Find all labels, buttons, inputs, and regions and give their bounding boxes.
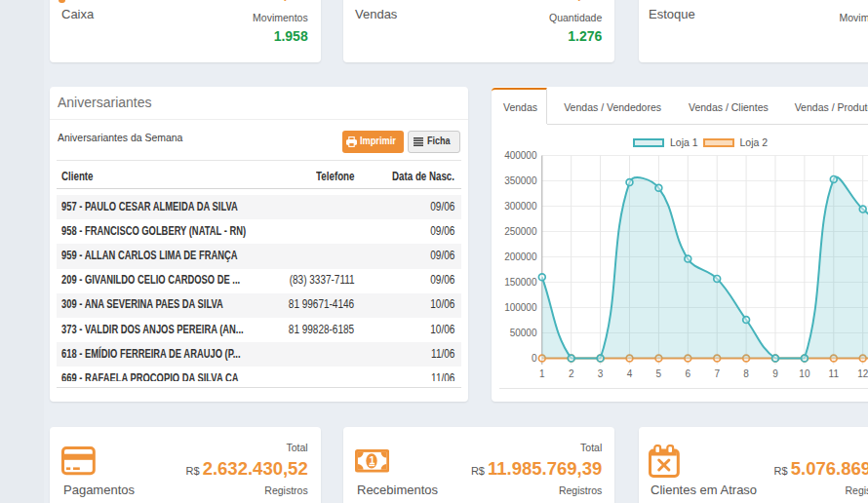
svg-text:50000: 50000 [509,328,536,338]
svg-text:350000: 350000 [504,175,537,186]
svg-text:6: 6 [685,368,690,379]
svg-text:12: 12 [857,368,868,379]
svg-text:5: 5 [655,368,661,379]
svg-text:11: 11 [828,368,839,379]
svg-text:3: 3 [597,368,603,379]
svg-text:4: 4 [626,368,632,379]
svg-text:0: 0 [531,353,536,364]
svg-text:10: 10 [799,368,810,379]
svg-text:8: 8 [743,368,749,379]
svg-text:7: 7 [714,368,720,379]
svg-text:2: 2 [568,368,573,379]
svg-text:9: 9 [772,368,778,379]
svg-text:250000: 250000 [504,226,537,237]
svg-text:200000: 200000 [504,252,537,262]
svg-text:300000: 300000 [504,201,537,212]
svg-text:150000: 150000 [504,277,537,288]
svg-text:400000: 400000 [504,150,537,161]
svg-text:1: 1 [539,368,545,379]
svg-text:100000: 100000 [504,302,537,313]
